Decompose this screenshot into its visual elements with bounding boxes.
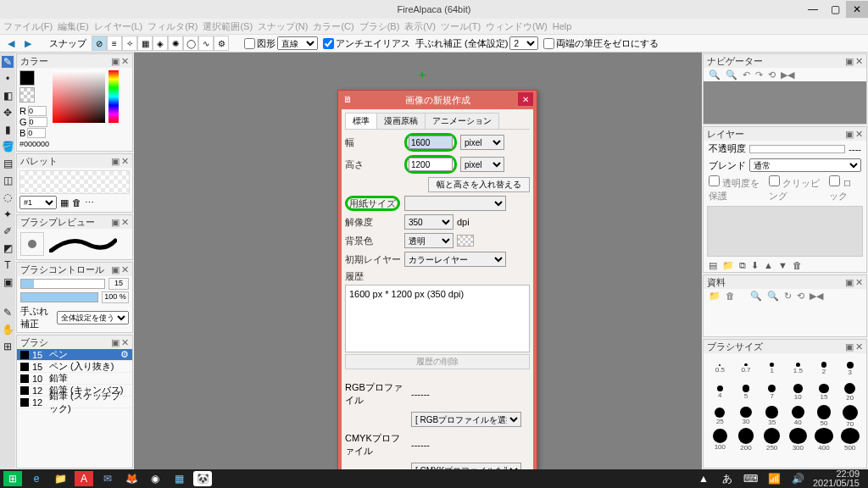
dock-icon[interactable]: ▣	[845, 56, 854, 67]
menu-snap[interactable]: スナップ(N)	[258, 20, 308, 33]
menu-view[interactable]: 表示(V)	[404, 20, 436, 33]
start-button[interactable]: ⊞	[3, 471, 22, 486]
shape-select[interactable]: 直線	[277, 36, 318, 50]
tab-manga[interactable]: 漫画原稿	[376, 113, 426, 129]
r-input[interactable]	[28, 106, 47, 116]
close-icon[interactable]: ✕	[121, 156, 129, 167]
snap-vanish-icon[interactable]: ◈	[153, 36, 168, 51]
new-layer-icon[interactable]: ▤	[709, 260, 717, 271]
merge-layer-icon[interactable]: ⬇	[751, 260, 759, 271]
res-reset-icon[interactable]: ⟲	[797, 291, 804, 302]
brush-opacity-slider[interactable]	[20, 292, 98, 302]
brush-size-cell[interactable]: 40	[785, 404, 811, 428]
close-icon[interactable]: ✕	[121, 264, 129, 275]
dock-icon[interactable]: ▣	[845, 129, 854, 140]
brush-list-item[interactable]: 12鉛筆 (スケッチブック)	[17, 396, 132, 408]
brush-size-cell[interactable]: 200	[733, 428, 760, 452]
brush-size-cell[interactable]: 3	[837, 357, 863, 380]
snap-cross-icon[interactable]: ✧	[122, 36, 137, 51]
brush-size-cell[interactable]: 1.5	[785, 357, 811, 380]
ime-icon[interactable]: あ	[718, 471, 737, 486]
chrome-icon[interactable]: ◉	[146, 471, 164, 486]
add-swatch-icon[interactable]: ▦	[60, 197, 69, 208]
brush-size-cell[interactable]: 4	[707, 380, 733, 404]
menu-filter[interactable]: フィルタ(R)	[147, 20, 198, 33]
layer-opacity-slider[interactable]	[749, 145, 845, 153]
mail-icon[interactable]: ✉	[98, 471, 117, 486]
tab-standard[interactable]: 標準	[345, 113, 377, 129]
menu-window[interactable]: ウィンドウ(W)	[486, 20, 548, 33]
res-open-icon[interactable]: 📁	[709, 291, 721, 302]
close-icon[interactable]: ✕	[855, 56, 863, 67]
dock-icon[interactable]: ▣	[111, 56, 120, 67]
menu-brush[interactable]: ブラシ(B)	[359, 20, 400, 33]
brush-stabilize-select[interactable]: 全体設定を使う	[57, 311, 129, 324]
height-unit-select[interactable]: pixel	[460, 157, 504, 172]
text-tool-icon[interactable]: T	[2, 259, 14, 271]
res-flip-icon[interactable]: ▶◀	[810, 291, 823, 302]
menu-edit[interactable]: 編集(E)	[58, 20, 89, 33]
menu-help[interactable]: Help	[553, 21, 572, 31]
brush-list-item[interactable]: 10鉛筆	[17, 373, 132, 385]
brush-size-cell[interactable]: 1	[759, 357, 785, 380]
hand-tool-icon[interactable]: ✋	[2, 324, 14, 336]
menu-select[interactable]: 選択範囲(S)	[203, 20, 253, 33]
fill-tool-icon[interactable]: ▮	[2, 124, 14, 136]
close-icon[interactable]: ✕	[855, 277, 863, 288]
paper-size-select[interactable]	[404, 196, 506, 211]
brush-size-cell[interactable]: 0.7	[733, 357, 760, 380]
bgcolor-select[interactable]: 透明	[404, 233, 453, 248]
height-input[interactable]	[409, 158, 453, 171]
dock-icon[interactable]: ▣	[111, 337, 120, 348]
brush-size-cell[interactable]: 300	[785, 428, 811, 452]
tipzero-checkbox[interactable]	[543, 38, 554, 49]
keyboard-icon[interactable]: ⌨	[742, 471, 760, 486]
zoom-in-icon[interactable]: 🔍	[709, 69, 721, 80]
up-layer-icon[interactable]: ▲	[764, 260, 773, 270]
reset-icon[interactable]: ⟲	[768, 69, 776, 80]
close-icon[interactable]: ✕	[121, 217, 129, 228]
brush-size-value[interactable]: 15	[108, 278, 129, 290]
brush-size-cell[interactable]: 35	[759, 404, 785, 428]
explorer-icon[interactable]: 📁	[51, 471, 70, 486]
delete-layer-icon[interactable]: 🗑	[793, 260, 802, 270]
snap-circle-icon[interactable]: ◯	[183, 36, 198, 51]
brush-size-cell[interactable]: 400	[811, 428, 837, 452]
dup-layer-icon[interactable]: ⧉	[739, 260, 746, 271]
network-icon[interactable]: 📶	[765, 471, 784, 486]
palette-select[interactable]: #1	[19, 196, 57, 209]
flip-icon[interactable]: ▶◀	[781, 69, 794, 80]
brush-size-cell[interactable]: 25	[707, 404, 733, 428]
close-icon[interactable]: ✕	[855, 129, 863, 140]
g-input[interactable]	[29, 117, 47, 127]
selecterase-tool-icon[interactable]: ◩	[2, 242, 14, 254]
dock-icon[interactable]: ▣	[845, 341, 854, 352]
photos-icon[interactable]: ▦	[170, 471, 188, 486]
snap-parallel-icon[interactable]: ≡	[107, 36, 122, 51]
brush-size-cell[interactable]: 2	[811, 357, 837, 380]
gradient-tool-icon[interactable]: ▤	[2, 158, 14, 169]
res-del-icon[interactable]: 🗑	[726, 291, 735, 301]
palette-more-icon[interactable]: ⋯	[85, 197, 94, 208]
blend-select[interactable]: 通常	[749, 158, 861, 172]
res-zoom-out-icon[interactable]: 🔍	[767, 291, 779, 302]
close-icon[interactable]: ✕	[855, 341, 863, 352]
eyedropper-tool-icon[interactable]: ✎	[2, 307, 14, 319]
navigator-view[interactable]	[704, 81, 866, 124]
dock-icon[interactable]: ▣	[845, 277, 854, 288]
minimize-button[interactable]: —	[802, 1, 824, 18]
snap-curve-icon[interactable]: ∿	[198, 36, 214, 51]
brush-list-item[interactable]: 15ペン⚙	[17, 349, 132, 361]
history-delete-button[interactable]: 履歴の削除	[345, 354, 530, 369]
eraser-tool-icon[interactable]: ◧	[2, 90, 14, 102]
close-icon[interactable]: ✕	[121, 56, 129, 67]
brush-size-slider[interactable]	[20, 279, 105, 289]
initlayer-select[interactable]: カラーレイヤー	[404, 252, 506, 267]
down-layer-icon[interactable]: ▼	[778, 260, 787, 270]
rotate-left-icon[interactable]: ↶	[743, 69, 750, 80]
undo-button[interactable]: ◀	[5, 37, 17, 49]
preserve-alpha-checkbox[interactable]	[709, 175, 720, 186]
stabilize-select[interactable]: 2	[509, 36, 538, 50]
object-tool-icon[interactable]: ▣	[2, 276, 14, 288]
tab-anim[interactable]: アニメーション	[425, 113, 499, 129]
